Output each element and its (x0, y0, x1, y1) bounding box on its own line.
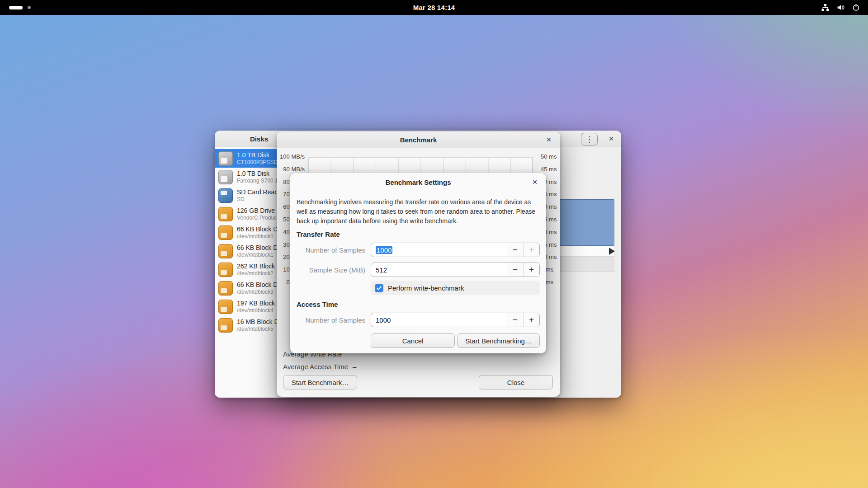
benchmark-titlebar: Benchmark × (277, 131, 560, 148)
write-benchmark-row: Perform write-benchmark (371, 281, 540, 295)
mount-play-icon[interactable] (609, 248, 615, 255)
benchmark-footer: Start Benchmark… Close (283, 375, 553, 389)
activities-button[interactable] (6, 0, 33, 15)
selected-text: 1000 (376, 246, 392, 254)
disk-subtitle: CT1000P3PSSD8 (237, 159, 281, 166)
sample-size-label: Sample Size (MiB) (297, 266, 365, 274)
axis-tick-label: 100 MB/s (280, 153, 305, 160)
settings-title: Benchmark Settings (290, 173, 546, 191)
access-samples-minus-button[interactable]: − (507, 313, 523, 327)
start-benchmark-button[interactable]: Start Benchmark… (283, 375, 357, 389)
disks-close-button[interactable]: × (605, 133, 617, 145)
drive-icon (218, 170, 233, 184)
drive-icon-detail (221, 325, 227, 330)
settings-footer: Cancel Start Benchmarking… (371, 333, 540, 348)
samples-input[interactable]: 1000 (371, 243, 507, 257)
axis-tick-label: 45 ms (541, 166, 557, 173)
access-samples-row: Number of Samples 1000 − + (297, 313, 540, 327)
drive-icon (218, 207, 233, 221)
disk-subtitle: VendorC ProductC (237, 215, 282, 221)
drive-icon (218, 300, 233, 314)
drive-icon-detail (221, 214, 227, 219)
benchmark-close-button[interactable]: × (543, 134, 555, 145)
disk-text: 1.0 TB Disk CT1000P3PSSD8 (237, 151, 281, 166)
drive-icon-detail (221, 158, 227, 164)
sample-size-entry-group: 512 − + (371, 263, 540, 277)
transfer-rate-heading: Transfer Rate (297, 230, 540, 238)
drive-icon-detail (221, 307, 227, 312)
drive-icon-detail (221, 191, 227, 195)
settings-titlebar: Benchmark Settings × (290, 173, 546, 191)
sample-size-plus-button[interactable]: + (523, 263, 539, 277)
samples-minus-button[interactable]: − (507, 243, 523, 257)
access-samples-plus-button[interactable]: + (523, 313, 539, 327)
network-icon (821, 4, 829, 11)
drive-icon-detail (221, 176, 227, 182)
disks-menu-button[interactable]: ⋮ (581, 133, 598, 145)
access-samples-input[interactable]: 1000 (371, 313, 507, 327)
sample-size-input[interactable]: 512 (371, 263, 507, 277)
drive-icon (218, 151, 233, 166)
top-bar: Mar 28 14:14 (0, 0, 868, 15)
stat-row: Average Access Time – (283, 360, 356, 373)
drive-icon-detail (221, 251, 227, 256)
benchmark-settings-dialog: Benchmark Settings × Benchmarking involv… (290, 173, 546, 353)
stat-label: Average Access Time (283, 363, 348, 371)
samples-entry-group: 1000 − + (371, 243, 540, 257)
volume-icon (837, 4, 844, 11)
cancel-button[interactable]: Cancel (371, 333, 455, 348)
stat-value: – (353, 363, 356, 371)
clock[interactable]: Mar 28 14:14 (413, 4, 455, 11)
drive-icon-detail (221, 270, 227, 275)
drive-icon (218, 225, 233, 240)
disk-title: 126 GB Drive (237, 207, 282, 215)
samples-plus-button[interactable]: + (523, 243, 539, 257)
desktop: Mar 28 14:14 Disks ⋮ × 1.0 T (0, 0, 868, 488)
workspace-dot-icon (28, 6, 31, 9)
axis-tick-label: 90 MB/s (283, 166, 305, 173)
drive-icon (218, 281, 233, 296)
drive-icon (218, 244, 233, 258)
disk-title: 1.0 TB Disk (237, 151, 281, 159)
drive-icon-detail (221, 288, 227, 293)
workspace-pill-icon (9, 6, 23, 9)
access-samples-entry-group: 1000 − + (371, 313, 540, 327)
sample-size-minus-button[interactable]: − (507, 263, 523, 277)
power-icon (852, 4, 860, 11)
drive-icon (218, 318, 233, 333)
access-samples-label: Number of Samples (297, 316, 365, 324)
start-benchmarking-button[interactable]: Start Benchmarking… (457, 333, 540, 348)
system-tray[interactable] (821, 0, 860, 15)
drive-icon (218, 263, 233, 277)
samples-row: Number of Samples 1000 − + (297, 243, 540, 257)
access-time-heading: Access Time (297, 300, 540, 308)
settings-description: Benchmarking involves measuring the tran… (297, 197, 540, 226)
benchmark-close-footer-button[interactable]: Close (479, 375, 553, 389)
benchmark-title: Benchmark (277, 131, 560, 148)
write-benchmark-checkbox[interactable] (375, 284, 383, 292)
sample-size-row: Sample Size (MiB) 512 − + (297, 263, 540, 277)
disk-text: 126 GB Drive VendorC ProductC (237, 207, 282, 221)
drive-icon-detail (221, 233, 227, 238)
settings-close-button[interactable]: × (529, 176, 541, 188)
drive-icon (218, 188, 233, 203)
write-benchmark-label: Perform write-benchmark (388, 284, 464, 292)
axis-tick-label: 50 ms (541, 153, 557, 160)
samples-label: Number of Samples (297, 246, 365, 254)
settings-body: Benchmarking involves measuring the tran… (290, 191, 546, 348)
